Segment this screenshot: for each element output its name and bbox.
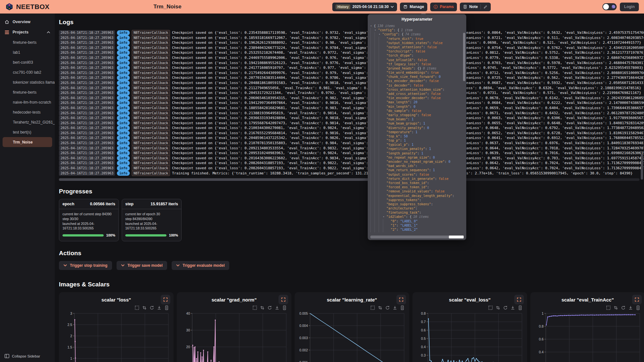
sidebar-project-item[interactable]: Trm_Noise [3,137,52,147]
indent-guide [379,62,383,66]
reset-axes-icon[interactable] [503,305,508,310]
log-level-badge: info [117,30,129,35]
progress-bar-fill [125,234,166,237]
indent-guide [374,160,379,164]
reset-axes-icon[interactable] [385,305,390,310]
indent-guide [370,185,374,189]
sidebar-item-projects[interactable]: Projects [0,27,55,37]
json-value: 1 [427,147,431,151]
chart-plot[interactable]: 32.521.510.50 [63,310,170,362]
sidebar-project-item[interactable]: naive-llm-from-scratch [0,97,55,107]
caret-icon[interactable]: ▾ [383,215,386,219]
json-line: "return_dict": true [370,37,462,41]
log-level-badge: info [117,75,129,80]
chart-card: scalar "learning_rate" 0.0050.0040.0030.… [295,292,409,362]
log-row: 2025-04-16T21:18:27.205963infoNBTrainerC… [59,106,641,111]
json-line: "torchscript": false [370,49,462,53]
download-icon[interactable] [393,305,397,310]
action-button[interactable]: Trigger evaluate model [172,261,229,270]
scrollbar-thumb[interactable] [449,236,464,238]
caret-icon[interactable]: ▾ [374,28,378,32]
zoom-box-icon[interactable] [370,305,375,310]
login-button[interactable]: Login [620,3,639,11]
action-button[interactable]: Trigger stop training [59,261,112,270]
logs-vertical-scrollbar-thumb[interactable] [641,154,643,180]
download-icon[interactable] [275,305,279,310]
data-file-icon[interactable] [164,305,169,310]
pan-icon[interactable] [260,305,265,310]
reset-axes-icon[interactable] [621,305,626,310]
expand-button[interactable] [279,295,288,304]
sidebar-project-item[interactable]: hedecoder-tests [0,107,55,117]
scrollbar-thumb[interactable] [59,178,384,181]
json-line: "use_bfloat16": false [370,58,462,62]
collapse-sidebar-button[interactable]: Collapse Sidebar [5,354,40,358]
expand-button[interactable] [161,295,170,304]
zoom-box-icon[interactable] [135,305,139,310]
pan-icon[interactable] [496,305,500,310]
indent-guide [374,92,379,96]
chart-plot[interactable]: 0.80.70.60.50.40.30.2 [416,310,523,362]
theme-toggle[interactable] [602,3,617,10]
json-key: "top_p" [386,138,400,143]
sidebar-project-item[interactable]: tokenizer statistics llama… [0,77,55,87]
zoom-box-icon[interactable] [252,305,257,310]
chart-plot[interactable]: 0.0050.0040.0030.0020.001 [298,310,405,362]
json-line: "top_k": 50 [370,134,462,138]
caret-icon[interactable]: ▾ [370,24,374,28]
caret-icon[interactable]: ▾ [379,32,382,36]
sidebar-project-item[interactable]: finetune-berts [0,37,55,47]
json-punct: : [415,164,417,168]
chart-plot[interactable]: 403020100 [181,310,288,362]
sidebar-project-item[interactable]: csc791-030 lab2 [0,67,55,77]
expand-button[interactable] [396,295,406,304]
sidebar-project-item[interactable]: Terahertz_No22_Gl261_gl… [0,117,55,127]
sidebar-project-item[interactable]: lab1 [0,47,55,57]
download-icon[interactable] [628,305,633,310]
pan-icon[interactable] [142,305,147,310]
sidebar-project-item[interactable]: finetune-berts [0,87,55,97]
sidebar-project-item[interactable]: bert-conll03 [0,57,55,67]
history-dropdown[interactable]: History 2025-04-16 21:18:30 [332,3,397,11]
data-file-icon[interactable] [518,305,523,310]
popover-vertical-scrollbar-thumb[interactable] [463,33,465,81]
pan-icon[interactable] [613,305,618,310]
download-icon[interactable] [157,305,162,310]
popover-horizontal-scrollbar[interactable] [370,236,461,238]
pencil-icon[interactable] [483,5,488,9]
params-button[interactable]: Params [430,3,457,11]
note-label: Note [469,5,478,9]
logs-horizontal-scrollbar[interactable] [59,178,639,181]
indent-guide [379,83,383,88]
json-line: "pruned_heads": {}0 items [370,66,462,70]
chart-plot[interactable]: 10.80.60.40.2 [534,310,641,362]
reset-axes-icon[interactable] [267,305,272,310]
manage-button[interactable]: Manage [400,3,427,11]
reset-axes-icon[interactable] [149,305,154,310]
data-file-icon[interactable] [636,305,640,310]
indent-guide [374,223,379,227]
log-timestamp-badge: 2025-04-16T21:18:27.205963 [59,125,115,131]
indent-guide [370,223,374,227]
sidebar-project-item[interactable]: test bert(s) [0,127,55,137]
action-button[interactable]: Trigger save model [117,261,167,270]
expand-button[interactable] [632,295,642,304]
brand: NEETBOX [5,3,50,11]
expand-button[interactable] [514,295,524,304]
json-line: "tie_encoder_decoder": false [370,96,462,100]
indent-guide [374,88,379,92]
download-icon[interactable] [510,305,515,310]
data-file-icon[interactable] [282,305,287,310]
json-key: "repetition_penalty" [386,147,425,151]
json-key: "3" [391,232,396,232]
pan-icon[interactable] [378,305,383,310]
data-file-icon[interactable] [400,305,405,310]
sidebar-item-overview[interactable]: Overview [0,17,55,27]
zoom-box-icon[interactable] [606,305,611,310]
note-button[interactable]: Note [460,3,491,11]
zoom-box-icon[interactable] [488,305,493,310]
indent-guide [370,215,374,219]
json-punct: { [374,24,376,28]
indent-guide [379,130,383,134]
log-timestamp-badge: 2025-04-16T21:18:27.205963 [59,30,115,35]
